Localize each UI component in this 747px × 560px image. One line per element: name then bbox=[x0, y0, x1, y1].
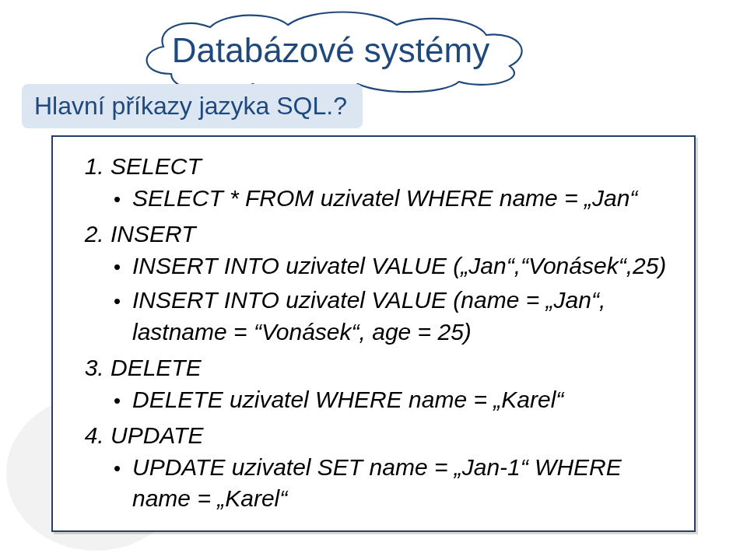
sub-item: INSERT INTO uzivatel VALUE (name = „Jan“… bbox=[132, 285, 675, 348]
sub-item: DELETE uzivatel WHERE name = „Karel“ bbox=[132, 384, 675, 416]
item-heading: UPDATE bbox=[110, 422, 203, 448]
sub-list: INSERT INTO uzivatel VALUE („Jan“,“Vonás… bbox=[110, 250, 675, 348]
sub-item: INSERT INTO uzivatel VALUE („Jan“,“Vonás… bbox=[132, 250, 675, 282]
item-heading: SELECT bbox=[110, 153, 202, 179]
sub-item: SELECT * FROM uzivatel WHERE name = „Jan… bbox=[132, 183, 675, 215]
subtitle-text: Hlavní příkazy jazyka SQL.? bbox=[34, 92, 347, 120]
subtitle-box: Hlavní příkazy jazyka SQL.? bbox=[22, 84, 363, 128]
title-cloud: Databázové systémy bbox=[124, 8, 537, 93]
page-title: Databázové systémy bbox=[124, 8, 537, 93]
sub-item: UPDATE uzivatel SET name = „Jan-1“ WHERE… bbox=[132, 452, 675, 515]
content-frame: SELECT SELECT * FROM uzivatel WHERE name… bbox=[51, 135, 696, 532]
list-item: DELETE DELETE uzivatel WHERE name = „Kar… bbox=[110, 352, 675, 415]
item-heading: INSERT bbox=[110, 221, 195, 247]
list-item: INSERT INSERT INTO uzivatel VALUE („Jan“… bbox=[110, 219, 675, 348]
item-heading: DELETE bbox=[110, 355, 202, 380]
command-list: SELECT SELECT * FROM uzivatel WHERE name… bbox=[84, 151, 675, 515]
list-item: SELECT SELECT * FROM uzivatel WHERE name… bbox=[110, 151, 675, 214]
list-item: UPDATE UPDATE uzivatel SET name = „Jan-1… bbox=[110, 420, 675, 515]
sub-list: SELECT * FROM uzivatel WHERE name = „Jan… bbox=[110, 183, 675, 215]
sub-list: UPDATE uzivatel SET name = „Jan-1“ WHERE… bbox=[110, 452, 675, 515]
sub-list: DELETE uzivatel WHERE name = „Karel“ bbox=[110, 384, 675, 416]
